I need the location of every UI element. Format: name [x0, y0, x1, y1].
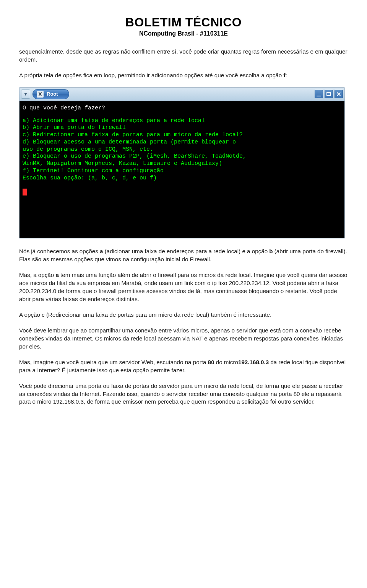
- paragraph-6: Você deve lembrar que ao compartilhar um…: [19, 327, 348, 351]
- p7-bold-ip: 192.168.0.3: [238, 359, 269, 365]
- p3-text-a: Nós já conhecemos as opções: [19, 248, 100, 254]
- p7-bold-port: 80: [208, 359, 214, 365]
- document-title: BOLETIM TÉCNICO: [19, 15, 348, 29]
- p4-text-a: Mas, a opção: [19, 272, 55, 278]
- paragraph-8: Você pode direcionar uma porta ou faixa …: [19, 382, 348, 406]
- paragraph-1: seqüencialmente, desde que as regras não…: [19, 48, 348, 64]
- p4-bold: a: [55, 272, 58, 278]
- terminal-option-d-2: uso de programas como o ICQ, MSN, etc.: [23, 146, 341, 153]
- p3-bold-b: b: [269, 248, 273, 254]
- document-header: BOLETIM TÉCNICO NComputing Brasil - #110…: [19, 15, 348, 37]
- terminal-body[interactable]: O que você deseja fazer? a) Adicionar um…: [19, 101, 344, 238]
- x-icon: X: [37, 91, 44, 98]
- window-menu-button[interactable]: ▼: [21, 90, 30, 99]
- p4-text-c: tem mais uma função além de abrir o fire…: [19, 272, 348, 302]
- p7-text-c: do micro: [214, 359, 238, 365]
- paragraph-7: Mas, imagine que você queira que um serv…: [19, 358, 348, 375]
- terminal-window: ▼ X Root O que você deseja fazer? a) Adi…: [19, 87, 345, 238]
- paragraph-2-text-a: A própria tela de opções fica em loop, p…: [19, 72, 283, 78]
- terminal-choose: Escolha sua opção: (a, b, c, d, e ou f): [23, 175, 341, 182]
- terminal-option-d-1: d) Bloquear acesso a uma determinada por…: [23, 139, 341, 146]
- p3-text-c: (adicionar uma faixa de endereços para a…: [103, 248, 270, 254]
- terminal-option-c: c) Redirecionar uma faixa de portas para…: [23, 132, 341, 139]
- paragraph-2-text-c: :: [286, 72, 287, 78]
- window-title-pill[interactable]: X Root: [32, 89, 69, 99]
- document-subtitle: NComputing Brasil - #110311E: [19, 30, 348, 37]
- maximize-button[interactable]: [325, 90, 333, 98]
- terminal-option-e-2: WinMX, Napigatorm Morpheus, Kazaa, Limew…: [23, 160, 341, 168]
- paragraph-2: A própria tela de opções fica em loop, p…: [19, 72, 348, 80]
- p7-text-a: Mas, imagine que você queira que um serv…: [19, 359, 208, 365]
- paragraph-3: Nós já conhecemos as opções a (adicionar…: [19, 248, 348, 264]
- close-button[interactable]: [335, 90, 343, 98]
- paragraph-4: Mas, a opção a tem mais uma função além …: [19, 271, 348, 303]
- window-titlebar[interactable]: ▼ X Root: [19, 88, 344, 101]
- p3-bold-a: a: [100, 248, 103, 254]
- terminal-option-e-1: e) Bloquear o uso de programas P2P, (iMe…: [23, 153, 341, 160]
- terminal-option-a: a) Adicionar uma faixa de endereços para…: [23, 117, 341, 125]
- minimize-button[interactable]: [315, 90, 323, 98]
- terminal-option-f: f) Terminei! Continuar com a configuraçã…: [23, 168, 341, 175]
- terminal-option-b: b) Abrir uma porta do firewall: [23, 124, 341, 132]
- terminal-cursor: [23, 189, 27, 195]
- paragraph-5: A opção c (Redirecionar uma faixa de por…: [19, 311, 348, 319]
- window-title-text: Root: [47, 91, 58, 97]
- terminal-prompt: O que você deseja fazer?: [23, 105, 341, 112]
